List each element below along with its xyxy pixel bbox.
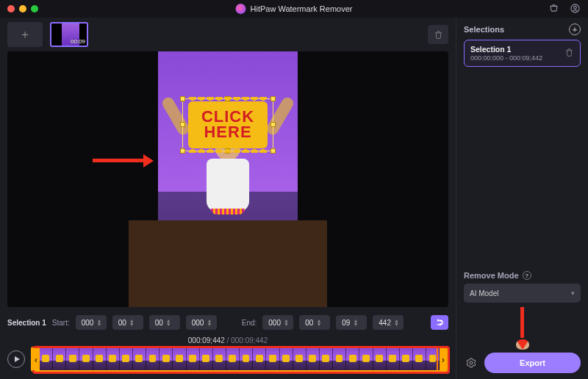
timeline-frame [120,348,133,370]
titlebar: HitPaw Watermark Remover [0,0,588,18]
timeline-frame [320,348,333,370]
delete-clip-button[interactable] [428,25,448,44]
timeline-frame [333,348,346,370]
timeline-frame [66,348,79,370]
timeline-frame [79,348,93,370]
window-traffic-lights [7,5,38,12]
remove-mode-dropdown[interactable]: AI Model ▾ [464,284,581,303]
timeline-frame [53,348,66,370]
selection-card-range: 000:00:000 - 000:09;442 [470,54,542,62]
timeline-frame [387,348,400,370]
minimize-window-icon[interactable] [19,5,26,12]
timeline-area: 000:09;442 / 000:09;442 ‹ › [7,336,448,372]
svg-point-2 [470,361,473,364]
account-icon[interactable] [570,3,581,15]
timeline-frame [373,348,387,370]
help-icon[interactable]: ? [523,271,531,280]
timeline-frame [173,348,186,370]
timeline-frame [240,348,253,370]
selection-card[interactable]: Selection 1 000:00:000 - 000:09;442 [464,40,581,67]
timeline-frame [293,348,306,370]
clip-duration: 00:09 [71,38,85,45]
delete-selection-icon[interactable] [564,48,574,59]
timeline-frame [346,348,359,370]
timeline-frame [413,348,426,370]
selection-name-label: Selection 1 [7,319,46,327]
add-selection-button[interactable]: + [569,24,581,35]
timeline-frame [133,348,146,370]
end-minutes-stepper[interactable]: 00▲▼ [299,315,330,330]
remove-mode-value: AI Model [470,289,498,297]
timeline-frame [93,348,107,370]
timeline-track[interactable]: ‹ › [31,347,448,372]
chevron-down-icon: ▾ [571,289,575,297]
timeline-frame [187,348,200,370]
svg-point-0 [571,4,579,12]
timeline-frame [40,348,53,370]
start-label: Start: [52,319,70,327]
timeline-frame [253,348,266,370]
playhead[interactable] [437,347,438,372]
end-label: End: [242,319,257,327]
end-hours-stepper[interactable]: 000▲▼ [262,315,293,330]
start-hours-stepper[interactable]: 000▲▼ [76,315,107,330]
cart-icon[interactable] [548,3,559,15]
timeline-frame [266,348,279,370]
watermark-sign: CLICKHERE [184,97,272,153]
time-readout: 000:09;442 / 000:09;442 [7,336,448,344]
selection-card-name: Selection 1 [470,45,542,54]
trim-handle-right[interactable]: › [440,348,447,370]
start-seconds-stepper[interactable]: 00▲▼ [149,315,180,330]
media-bar: ＋ 00:09 [0,18,456,51]
annotation-arrow-down-icon [464,307,581,350]
timeline-frame [226,348,240,370]
end-ms-stepper[interactable]: 442▲▼ [373,315,404,330]
svg-point-1 [574,6,577,9]
app-title-text: HitPaw Watermark Remover [251,4,353,13]
play-button[interactable] [7,350,25,368]
annotation-arrow-icon [93,159,144,162]
export-button[interactable]: Export [484,353,581,373]
timeline-frame [213,348,226,370]
export-settings-button[interactable] [464,355,478,370]
selections-heading: Selections [464,25,504,34]
media-clip-thumb[interactable]: 00:09 [50,22,88,47]
start-ms-stepper[interactable]: 000▲▼ [186,315,217,330]
timeline-frame [107,348,120,370]
timeline-frame [159,348,173,370]
timeline-frame [400,348,413,370]
app-logo-icon [236,4,246,14]
close-window-icon[interactable] [7,5,15,12]
start-minutes-stepper[interactable]: 00▲▼ [112,315,143,330]
selection-time-controls: Selection 1 Start: 000▲▼ 00▲▼ 00▲▼ 000▲▼… [7,311,448,333]
remove-mode-label: Remove Mode ? [464,271,581,280]
timeline-frame [146,348,159,370]
timeline-frame [280,348,293,370]
add-media-button[interactable]: ＋ [7,22,43,47]
fullscreen-window-icon[interactable] [31,5,38,12]
side-panel: Selections + Selection 1 000:00:000 - 00… [456,18,588,379]
app-title: HitPaw Watermark Remover [236,4,353,14]
end-seconds-stepper[interactable]: 09▲▼ [336,315,367,330]
video-preview[interactable]: CLICKHERE [7,51,448,307]
timeline-frame [306,348,320,370]
trim-handle-left[interactable]: ‹ [32,348,40,370]
loop-selection-button[interactable] [431,315,448,330]
video-frame: CLICKHERE [158,51,298,307]
timeline-frame [200,348,213,370]
timeline-frame [359,348,373,370]
